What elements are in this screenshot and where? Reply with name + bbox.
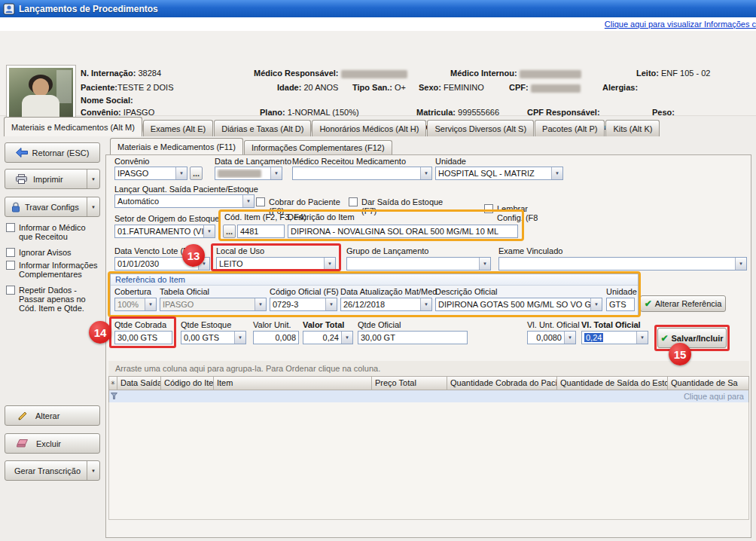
imprimir-dropdown[interactable]: ▼ <box>87 170 99 188</box>
exame-vinculado-select[interactable]: ▼ <box>498 257 747 270</box>
chevron-down-icon[interactable]: ▼ <box>590 298 602 310</box>
chevron-down-icon[interactable]: ▼ <box>551 167 562 179</box>
chevron-down-icon[interactable]: ▼ <box>175 167 187 179</box>
nome-social: Nome Social: <box>81 96 133 105</box>
cod-item-field[interactable]: 4481 <box>237 225 285 238</box>
chevron-down-icon[interactable]: ▼ <box>341 332 352 344</box>
chevron-down-icon[interactable]: ▼ <box>324 258 335 270</box>
convenio-ellipsis-button[interactable]: ... <box>190 167 203 180</box>
back-arrow-icon <box>16 148 28 157</box>
col-preco-total[interactable]: Preço Total <box>372 377 447 390</box>
checkbox-informar-informacoes[interactable]: Informar Informações Complementares <box>6 261 98 279</box>
chevron-down-icon[interactable]: ▼ <box>270 167 282 179</box>
grid-filter-row[interactable]: Clique aqui para <box>108 390 749 402</box>
tab-diarias-taxas[interactable]: Diárias e Taxas (Alt D) <box>214 120 311 136</box>
chevron-down-icon[interactable]: ▼ <box>242 195 254 207</box>
imprimir-button[interactable]: Imprimir ▼ <box>5 169 100 189</box>
col-codigo-item[interactable]: Código do Item <box>161 377 214 390</box>
unidade-oficial-select[interactable]: GTS <box>606 298 635 311</box>
checkbox-icon <box>6 248 15 257</box>
callout-badge-15: 15 <box>669 343 691 365</box>
tab-servicos-diversos[interactable]: Serviços Diversos (Alt S) <box>427 120 534 136</box>
exame-vinculado-label: Exame Vinculado <box>498 246 562 255</box>
descricao-item-label: Descrição do Item <box>288 212 355 222</box>
col-qtd-sa[interactable]: Quantidade de Sa <box>668 377 749 390</box>
medico-receitou-select[interactable]: ▼ <box>292 167 432 180</box>
patient-header: N. Internação: 38284 Médico Responsável:… <box>0 31 756 116</box>
alergias: Alergias: <box>602 83 638 92</box>
checkbox-informar-medico[interactable]: Informar o Médico que Receitou <box>6 223 98 241</box>
checkbox-ignorar-avisos[interactable]: Ignorar Avisos <box>6 248 98 257</box>
tab-pacotes[interactable]: Pacotes (Alt P) <box>535 120 605 136</box>
visualizar-informacoes-link[interactable]: Clique aqui para visualizar Informações … <box>605 20 756 29</box>
lancar-quant-select[interactable]: Automático ▼ <box>114 194 255 208</box>
descricao-oficial-label: Descrição Oficial <box>435 287 498 296</box>
travar-configs-dropdown[interactable]: ▼ <box>87 197 99 216</box>
chevron-down-icon[interactable]: ▼ <box>325 298 337 310</box>
checkbox-lembrar-config[interactable]: Lembrar Config. (F8 <box>484 204 544 222</box>
chevron-down-icon[interactable]: ▼ <box>203 225 215 237</box>
grid-groupby-band[interactable]: Arraste uma coluna aqui para agrupa-la. … <box>108 361 749 376</box>
tab-kits[interactable]: Kits (Alt K) <box>605 120 660 136</box>
checkbox-repetir-dados[interactable]: Repetir Dados - Passar apenas no Cód. It… <box>6 286 98 313</box>
vl-unt-oficial-field[interactable]: 0,0080 ▼ <box>527 331 576 344</box>
convenio-select[interactable]: IPASGO ▼ <box>114 167 187 180</box>
chevron-down-icon[interactable]: ▼ <box>234 332 245 344</box>
chevron-down-icon[interactable]: ▼ <box>564 332 575 344</box>
inner-tab-bar: Materiais e Medicamentos (F11) Informaçõ… <box>110 138 392 154</box>
descricao-item-field[interactable]: DIPIRONA - NOVALGINA SOL ORAL 500 MG/ML … <box>288 225 518 238</box>
gerar-transcricao-dropdown[interactable]: ▼ <box>87 461 99 480</box>
qtde-estoque-field[interactable]: 0,00 GTS ▼ <box>181 331 246 344</box>
tab-materiais-f11[interactable]: Materiais e Medicamentos (F11) <box>110 138 243 154</box>
vl-total-oficial-field[interactable]: 0,24 ▼ <box>581 331 648 344</box>
chevron-down-icon[interactable]: ▼ <box>735 258 746 270</box>
salvar-incluir-button[interactable]: ✔ Salvar/Incluir <box>657 328 727 348</box>
cod-item-ellipsis-button[interactable]: ... <box>223 225 236 238</box>
tab-materiais-medicamentos[interactable]: Materiais e Medicamentos (Alt M) <box>4 117 142 136</box>
chevron-down-icon[interactable]: ▼ <box>636 332 648 344</box>
col-item[interactable]: Item <box>214 377 372 390</box>
local-uso-select[interactable]: LEITO ▼ <box>216 257 336 270</box>
cobertura-label: Cobertura <box>114 287 151 296</box>
data-atualizacao-field[interactable]: 26/12/2018 ▼ <box>340 298 432 311</box>
travar-configs-button[interactable]: Travar Configs ▼ <box>5 197 100 217</box>
eraser-icon <box>16 439 29 448</box>
gerar-transcricao-button[interactable]: Gerar Transcrição ▼ <box>5 460 100 481</box>
qtde-oficial-field[interactable]: 30,00 GT <box>358 331 468 344</box>
chevron-down-icon[interactable]: ▼ <box>479 258 490 270</box>
valor-unit-field[interactable]: 0,008 <box>253 331 299 344</box>
col-data-saida[interactable]: Data Saída <box>117 377 161 390</box>
qtde-cobrada-field[interactable]: 30,00 GTS <box>114 331 172 344</box>
chevron-down-icon[interactable]: ▼ <box>420 298 431 310</box>
chevron-down-icon[interactable]: ▼ <box>145 298 156 310</box>
descricao-oficial-field[interactable]: DIPIRONA GOTAS 500 MG/ML SO VO GT ▼ <box>435 298 602 311</box>
peso: Peso: <box>652 108 675 117</box>
grid-body[interactable] <box>108 402 749 520</box>
tab-exames[interactable]: Exames (Alt E) <box>143 120 213 136</box>
chevron-down-icon[interactable]: ▼ <box>420 167 431 179</box>
checkbox-dar-saida[interactable]: Dar Saída do Estoque (F7) <box>349 197 458 215</box>
tabela-oficial-select[interactable]: IPASGO ▼ <box>160 298 267 311</box>
col-qtd-saida-estoque[interactable]: Quantidade de Saída do Estoque <box>557 377 668 390</box>
checkbox-icon <box>6 261 15 270</box>
col-qtd-cobrada-paciente[interactable]: Quantidade Cobrada do Paciente <box>447 377 557 390</box>
data-vencto-label: Data Vencto Lote (F <box>114 246 188 255</box>
chevron-down-icon[interactable]: ▼ <box>255 298 266 310</box>
alterar-referencia-button[interactable]: ✔ Alterar Referência <box>640 295 726 312</box>
data-lancamento-select[interactable]: ▼ <box>215 167 282 180</box>
retornar-button[interactable]: Retornar (ESC) <box>5 142 100 163</box>
cobertura-select[interactable]: 100% ▼ <box>114 298 157 311</box>
redacted-value <box>218 170 261 178</box>
tab-honorarios-medicos[interactable]: Honorários Médicos (Alt H) <box>312 120 426 136</box>
paciente: Paciente:TESTE 2 DOIS <box>81 83 174 92</box>
valor-total-field[interactable]: 0,24 ▼ <box>303 331 353 344</box>
setor-origem-select[interactable]: 01.FATURAMENTO (VIR ▼ <box>114 225 215 238</box>
window-title: Lançamentos de Procedimentos <box>19 4 158 14</box>
link-bar: Clique aqui para visualizar Informações … <box>0 17 756 31</box>
excluir-button[interactable]: Excluir <box>5 433 100 454</box>
codigo-oficial-field[interactable]: 0729-3 ▼ <box>270 298 337 311</box>
grupo-lancamento-select[interactable]: ▼ <box>346 257 491 270</box>
alterar-button[interactable]: Alterar <box>5 405 100 426</box>
tab-informacoes-f12[interactable]: Informações Complementares (F12) <box>244 140 392 154</box>
unidade-select[interactable]: HOSPITAL SQL - MATRIZ ▼ <box>435 167 563 180</box>
